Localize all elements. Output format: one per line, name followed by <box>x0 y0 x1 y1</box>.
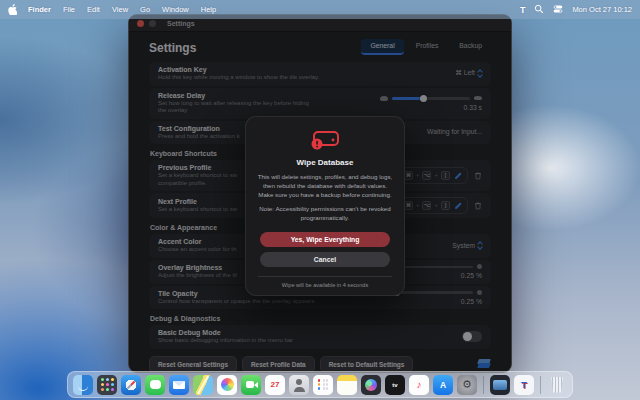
calendar-icon[interactable]: 27 <box>265 375 285 395</box>
apple-menu-icon[interactable] <box>8 4 18 15</box>
screen-window-icon[interactable] <box>490 375 510 395</box>
search-icon[interactable] <box>534 4 544 16</box>
control-center-icon[interactable] <box>553 4 563 16</box>
maps-icon[interactable] <box>193 375 213 395</box>
menu-item-file[interactable]: File <box>63 5 75 14</box>
dock-separator <box>540 376 541 394</box>
music-icon[interactable]: ♪ <box>409 375 429 395</box>
notes-icon[interactable] <box>337 375 357 395</box>
app-store-icon[interactable]: A <box>433 375 453 395</box>
messages-icon[interactable] <box>145 375 165 395</box>
trash-icon[interactable] <box>547 375 567 395</box>
menu-item-window[interactable]: Window <box>162 5 189 14</box>
reminders-icon[interactable] <box>313 375 333 395</box>
wipe-countdown-text: Wipe will be available in 4 seconds <box>256 277 394 291</box>
dialog-note: Note: Accessibility permissions can't be… <box>256 205 394 223</box>
menu-item-view[interactable]: View <box>112 5 128 14</box>
menu-item-help[interactable]: Help <box>201 5 216 14</box>
app-t-icon[interactable]: T <box>514 375 534 395</box>
external-drive-warning-icon <box>256 128 394 152</box>
dock-separator <box>483 376 484 394</box>
confirm-wipe-button[interactable]: Yes, Wipe Everything <box>260 232 390 247</box>
dialog-title: Wipe Database <box>256 158 394 167</box>
safari-icon[interactable] <box>121 375 141 395</box>
menu-bar: FinderFileEditViewGoWindowHelp T Mon Oct… <box>0 0 640 19</box>
facetime-icon[interactable] <box>241 375 261 395</box>
photos-icon[interactable] <box>217 375 237 395</box>
system-settings-icon[interactable]: ⚙ <box>457 375 477 395</box>
dock: 27tv♪A⚙T <box>67 371 573 398</box>
menubar-clock[interactable]: Mon Oct 27 10:12 <box>572 5 632 14</box>
contacts-icon[interactable] <box>289 375 309 395</box>
tv-icon[interactable]: tv <box>385 375 405 395</box>
menu-item-edit[interactable]: Edit <box>87 5 100 14</box>
menu-items: FinderFileEditViewGoWindowHelp <box>28 5 216 14</box>
dialog-body: This will delete settings, profiles, and… <box>256 173 394 199</box>
desktop-wallpaper: FinderFileEditViewGoWindowHelp T Mon Oct… <box>0 0 640 400</box>
wipe-database-dialog: Wipe Database This will delete settings,… <box>245 116 405 296</box>
menu-item-go[interactable]: Go <box>140 5 150 14</box>
menu-item-finder[interactable]: Finder <box>28 5 51 14</box>
finder-icon[interactable] <box>73 375 93 395</box>
t-app-menubar-icon[interactable]: T <box>520 5 526 15</box>
cancel-button[interactable]: Cancel <box>260 252 390 267</box>
launchpad-icon[interactable] <box>97 375 117 395</box>
siri-icon[interactable] <box>361 375 381 395</box>
mail-icon[interactable] <box>169 375 189 395</box>
